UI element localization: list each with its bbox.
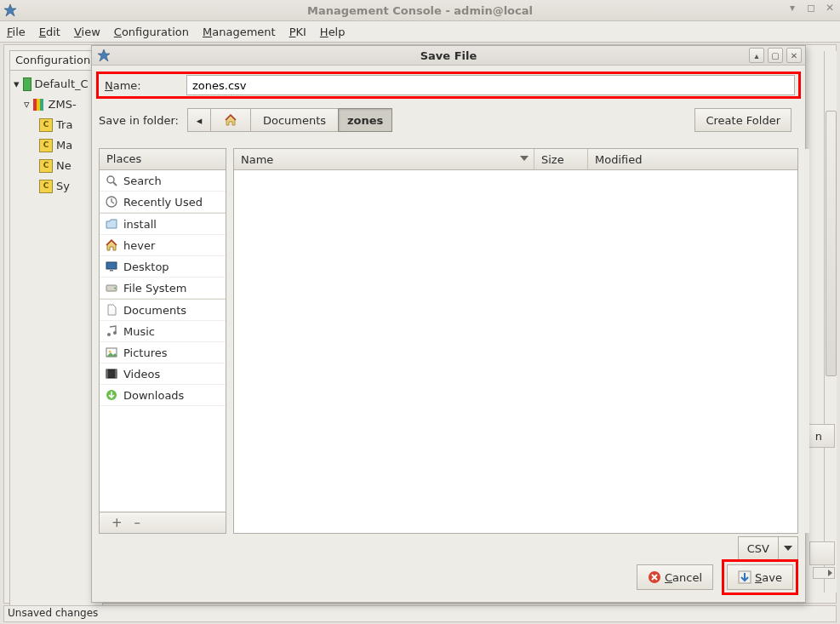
save-button-highlight: Save (722, 559, 798, 595)
music-icon (105, 324, 118, 338)
place-downloads[interactable]: Downloads (100, 385, 226, 406)
place-videos[interactable]: Videos (100, 364, 226, 385)
c-icon: C (39, 180, 53, 193)
places-panel: Places Search Recently Used install heve… (99, 148, 226, 534)
window-title: Management Console - admin@local (0, 4, 840, 17)
dialog-title: Save File (92, 49, 805, 62)
minimize-icon[interactable]: ▾ (786, 2, 799, 14)
filetype-select[interactable]: CSV (738, 536, 778, 560)
restore-icon[interactable]: ◻ (804, 2, 818, 14)
document-icon (105, 303, 118, 317)
svg-rect-12 (106, 369, 108, 378)
folder-icon (105, 217, 118, 231)
place-music[interactable]: Music (100, 321, 226, 342)
svg-rect-13 (115, 369, 117, 378)
places-add-button[interactable]: + (111, 515, 123, 530)
dialog-titlebar: Save File ▴ ▢ ✕ (92, 46, 805, 66)
name-label: Name: (102, 79, 186, 92)
svg-point-8 (113, 331, 117, 335)
create-folder-button[interactable]: Create Folder (694, 108, 791, 132)
partial-button[interactable] (809, 541, 835, 565)
column-header-modified[interactable]: Modified (588, 149, 797, 169)
pictures-icon (105, 346, 118, 359)
svg-point-7 (107, 333, 111, 336)
menu-help[interactable]: Help (320, 26, 346, 38)
cancel-button[interactable]: Cancel (637, 564, 713, 590)
dialog-rollup-icon[interactable]: ▴ (749, 48, 764, 63)
home-icon (224, 113, 237, 127)
dialog-close-icon[interactable]: ✕ (786, 48, 802, 63)
svg-point-10 (109, 351, 111, 353)
tree-zms[interactable]: ▿ ZMS- (12, 94, 100, 115)
drive-icon (105, 281, 118, 295)
menu-file[interactable]: File (7, 26, 26, 38)
download-icon (105, 388, 118, 402)
dialog-restore-icon[interactable]: ▢ (768, 48, 783, 63)
filename-input[interactable] (186, 75, 795, 95)
c-icon: C (39, 139, 53, 152)
close-icon[interactable]: ✕ (823, 2, 837, 14)
save-down-icon (738, 570, 751, 584)
scrollbar-horizontal-end[interactable] (813, 567, 835, 579)
main-titlebar: Management Console - admin@local ▾ ◻ ✕ (0, 0, 840, 21)
status-green-icon (23, 77, 31, 91)
breadcrumb-documents[interactable]: Documents (250, 108, 339, 132)
menu-configuration[interactable]: Configuration (114, 26, 189, 38)
menu-view[interactable]: View (74, 26, 100, 38)
place-install[interactable]: install (100, 213, 226, 235)
menubar: File Edit View Configuration Management … (0, 21, 840, 43)
place-recent[interactable]: Recently Used (100, 192, 226, 213)
tree-item-3[interactable]: CSy (12, 176, 100, 197)
c-icon: C (39, 118, 53, 132)
c-icon: C (39, 159, 53, 173)
tree-root-label: Default_C (35, 74, 89, 94)
filetype-dropdown-button[interactable] (778, 536, 798, 560)
save-in-folder-label: Save in folder: (99, 114, 187, 127)
places-header: Places (100, 149, 226, 170)
breadcrumb-zones[interactable]: zones (338, 108, 392, 132)
breadcrumb-back-button[interactable]: ◂ (187, 108, 211, 132)
menu-pki[interactable]: PKI (289, 26, 306, 38)
breadcrumb-home-button[interactable] (210, 108, 251, 132)
desktop-icon (105, 260, 118, 273)
clock-icon (105, 195, 118, 209)
tree-item-1[interactable]: CMa (12, 135, 100, 156)
file-list-scrollbar[interactable] (799, 149, 809, 533)
statusbar: Unsaved changes (3, 605, 837, 622)
save-file-dialog: Save File ▴ ▢ ✕ Name: Save in folder: ◂ … (91, 45, 806, 603)
file-list[interactable]: Name Size Modified (233, 148, 798, 534)
place-desktop[interactable]: Desktop (100, 256, 226, 278)
place-pictures[interactable]: Pictures (100, 342, 226, 364)
home-icon (105, 238, 118, 252)
tree-item-2[interactable]: CNe (12, 156, 100, 176)
column-header-name[interactable]: Name (234, 149, 534, 169)
svg-rect-3 (106, 262, 117, 269)
place-documents[interactable]: Documents (100, 299, 226, 321)
zms-icon (33, 99, 45, 111)
place-home[interactable]: hever (100, 235, 226, 256)
svg-line-1 (113, 182, 117, 186)
svg-rect-4 (110, 270, 113, 272)
config-tree-pane: Configuration ▾ Default_C ▿ ZMS- CTra CM… (9, 50, 103, 614)
config-tab[interactable]: Configuration (10, 51, 102, 71)
places-remove-button[interactable]: – (134, 515, 141, 530)
name-row-highlight: Name: (96, 72, 801, 99)
scrollbar-vertical[interactable] (824, 51, 837, 593)
cancel-icon (648, 570, 661, 584)
menu-edit[interactable]: Edit (39, 26, 60, 38)
place-filesystem[interactable]: File System (100, 278, 226, 299)
tree-root[interactable]: ▾ Default_C (12, 74, 100, 94)
svg-point-0 (107, 176, 114, 183)
svg-point-6 (114, 288, 116, 289)
videos-icon (105, 367, 118, 381)
column-header-size[interactable]: Size (534, 149, 588, 169)
save-button[interactable]: Save (727, 564, 793, 590)
search-icon (105, 174, 118, 187)
tree-zms-label: ZMS- (49, 94, 77, 115)
app-icon (3, 3, 17, 17)
menu-management[interactable]: Management (203, 26, 276, 38)
place-search[interactable]: Search (100, 170, 226, 192)
tree-item-0[interactable]: CTra (12, 115, 100, 135)
chevron-down-icon (784, 546, 792, 551)
sort-desc-icon (520, 156, 529, 161)
